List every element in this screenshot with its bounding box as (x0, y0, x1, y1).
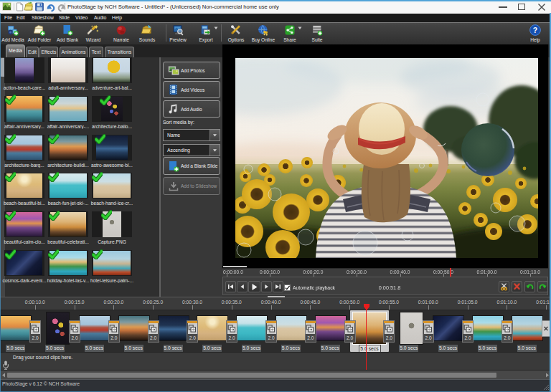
svg-text:?: ? (533, 25, 537, 34)
